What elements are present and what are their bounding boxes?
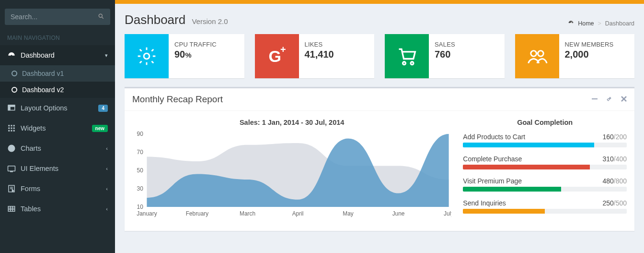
sidebar-item-layout-options[interactable]: Layout Options4	[0, 98, 115, 118]
goal-row: Complete Purchase310/400	[463, 155, 627, 163]
y-tick: 10	[137, 204, 143, 210]
chevron-down-icon: ▾	[105, 52, 108, 59]
stat-body: NEW MEMBERS2,000	[559, 34, 635, 78]
cart-icon	[385, 34, 429, 78]
sidebar-item-charts[interactable]: Charts‹	[0, 138, 115, 158]
y-tick: 50	[137, 167, 143, 174]
chevron-left-icon: ‹	[106, 206, 108, 212]
breadcrumb-sep: >	[598, 20, 601, 27]
svg-rect-10	[11, 128, 12, 129]
nav-label: Widgets	[21, 124, 46, 132]
svg-rect-14	[13, 130, 15, 132]
sidebar: MAIN NAVIGATION Dashboard▾Dashboard v1Da…	[0, 0, 115, 253]
goal-visit-premium-page: Visit Premium Page480/800	[463, 177, 627, 192]
page-title: Dashboard Version 2.0	[125, 12, 228, 27]
nav-label: Charts	[21, 145, 41, 152]
nav-label: Layout Options	[21, 104, 68, 112]
goal-section: Goal Completion Add Products to Cart160/…	[463, 116, 627, 221]
sidebar-subitem-dashboard-v1[interactable]: Dashboard v1	[0, 65, 115, 82]
svg-point-28	[530, 51, 536, 57]
x-tick: May	[343, 210, 354, 217]
progress-bar	[463, 143, 627, 147]
panel-body: Sales: 1 Jan, 2014 - 30 Jul, 2014 103050…	[125, 111, 634, 231]
sidebar-item-dashboard[interactable]: Dashboard▾	[0, 45, 115, 65]
y-tick: 90	[137, 131, 143, 137]
svg-rect-12	[8, 130, 10, 132]
search-box[interactable]	[5, 9, 110, 25]
goal-list: Add Products to Cart160/200Complete Purc…	[463, 133, 627, 214]
nav-label: UI Elements	[21, 165, 58, 172]
progress-bar	[463, 165, 627, 169]
goal-label: Add Products to Cart	[463, 133, 525, 141]
chevron-left-icon: ‹	[106, 145, 108, 151]
goal-title: Goal Completion	[463, 119, 627, 126]
sales-chart: 1030507090JanuaryFebruaryMarchAprilMayJu…	[132, 131, 451, 217]
goal-value: 480/800	[602, 177, 627, 185]
minimize-icon[interactable]	[592, 96, 598, 103]
goal-row: Send Inquiries250/500	[463, 199, 627, 207]
stat-body: LIKES41,410	[299, 34, 375, 78]
x-tick: June	[392, 210, 405, 217]
close-icon[interactable]	[621, 96, 627, 103]
nav-header: MAIN NAVIGATION	[0, 30, 115, 45]
stat-likes: G+LIKES41,410	[255, 34, 375, 78]
goal-row: Visit Premium Page480/800	[463, 177, 627, 185]
page-title-text: Dashboard	[125, 12, 185, 27]
goal-value: 160/200	[602, 133, 627, 141]
wrench-icon[interactable]	[606, 96, 612, 103]
stat-value: 90%	[174, 49, 239, 60]
sidebar-item-tables[interactable]: Tables‹	[0, 199, 115, 219]
goal-label: Send Inquiries	[463, 199, 506, 207]
stat-cpu-traffic: CPU TRAFFIC90%	[125, 34, 244, 78]
goal-row: Add Products to Cart160/200	[463, 133, 627, 141]
x-tick: April	[292, 210, 304, 217]
stat-label: SALES	[435, 41, 499, 48]
svg-point-2	[11, 55, 12, 56]
goal-label: Complete Purchase	[463, 155, 522, 163]
breadcrumb-home[interactable]: Home	[578, 20, 594, 27]
svg-point-29	[538, 51, 543, 57]
svg-rect-30	[592, 98, 598, 99]
svg-rect-6	[8, 125, 10, 126]
search-input[interactable]	[11, 13, 98, 21]
users-icon	[515, 34, 559, 78]
topbar	[115, 0, 644, 4]
nav-label: Tables	[21, 205, 41, 213]
sidebar-item-widgets[interactable]: Widgetsnew	[0, 118, 115, 138]
svg-point-25	[144, 53, 150, 59]
goal-complete-purchase: Complete Purchase310/400	[463, 155, 627, 169]
progress-bar	[463, 187, 627, 192]
svg-line-1	[102, 17, 104, 18]
breadcrumb-current: Dashboard	[605, 20, 634, 27]
nav-badge: new	[92, 125, 108, 132]
goal-value: 310/400	[602, 155, 627, 163]
sidebar-item-ui-elements[interactable]: UI Elements‹	[0, 158, 115, 179]
y-tick: 70	[137, 149, 143, 156]
stat-label: CPU TRAFFIC	[174, 41, 239, 48]
svg-rect-18	[8, 206, 15, 212]
svg-point-27	[411, 62, 414, 65]
svg-rect-5	[8, 107, 10, 110]
nav-label: Dashboard	[21, 51, 55, 59]
svg-point-26	[403, 62, 406, 65]
stat-value: 760	[435, 49, 499, 60]
circle-icon	[12, 71, 17, 76]
goal-label: Visit Premium Page	[463, 177, 522, 185]
chart-section: Sales: 1 Jan, 2014 - 30 Jul, 2014 103050…	[132, 116, 451, 221]
goal-send-inquiries: Send Inquiries250/500	[463, 199, 627, 214]
goal-add-products-to-cart: Add Products to Cart160/200	[463, 133, 627, 147]
content: Dashboard Version 2.0 Home > Dashboard C…	[115, 0, 644, 253]
stat-label: LIKES	[305, 41, 369, 48]
sidebar-item-forms[interactable]: Forms‹	[0, 179, 115, 199]
sidebar-subitem-dashboard-v2[interactable]: Dashboard v2	[0, 82, 115, 98]
stat-new-members: NEW MEMBERS2,000	[515, 34, 635, 78]
sidebar-search	[0, 4, 115, 30]
x-tick: February	[186, 210, 209, 217]
svg-rect-13	[11, 130, 12, 132]
svg-point-0	[99, 14, 102, 17]
progress-bar	[463, 209, 627, 214]
svg-rect-15	[8, 166, 15, 171]
search-icon[interactable]	[98, 13, 104, 21]
nav-label: Forms	[21, 185, 40, 193]
gear-icon	[125, 34, 169, 78]
